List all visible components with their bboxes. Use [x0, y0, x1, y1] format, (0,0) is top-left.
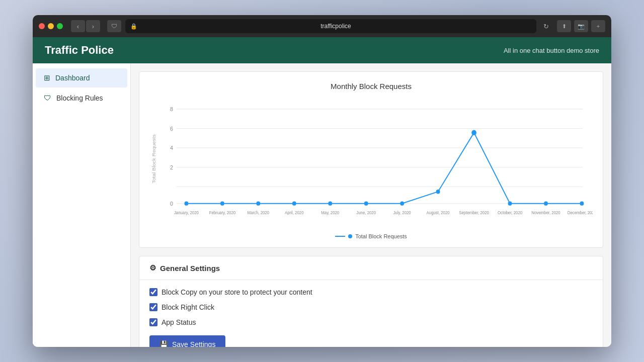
shield-icon: 🛡	[44, 94, 51, 102]
svg-text:June, 2020: June, 2020	[356, 210, 376, 215]
svg-text:4: 4	[170, 145, 173, 151]
svg-point-30	[400, 202, 404, 206]
svg-text:6: 6	[170, 125, 173, 131]
main-content: Monthly Block Requests 8 6	[131, 63, 611, 347]
chart-legend: Total Block Requests	[149, 233, 593, 239]
save-button-label: Save Settings	[172, 340, 215, 347]
svg-text:March, 2020: March, 2020	[248, 210, 270, 215]
sidebar: ⊞ Dashboard 🛡 Blocking Rules	[33, 63, 131, 347]
traffic-lights	[39, 23, 63, 29]
svg-text:2: 2	[170, 164, 173, 170]
refresh-button[interactable]: ↻	[543, 23, 549, 30]
legend-line-icon	[335, 236, 345, 237]
browser-actions: ⬆ 📷 +	[557, 20, 605, 32]
svg-point-35	[580, 202, 584, 206]
svg-text:May, 2020: May, 2020	[321, 210, 339, 215]
forward-button[interactable]: ›	[86, 20, 100, 32]
maximize-button[interactable]	[57, 23, 63, 29]
browser-chrome: ‹ › 🛡 🔒 trafficpolice ↻ ⬆ 📷 +	[33, 15, 611, 37]
legend-label: Total Block Requests	[355, 233, 407, 239]
svg-text:September, 2020: September, 2020	[459, 210, 489, 215]
svg-text:July, 2020: July, 2020	[393, 210, 412, 215]
sidebar-item-dashboard-label: Dashboard	[55, 74, 90, 82]
svg-text:April, 2020: April, 2020	[285, 210, 304, 215]
svg-point-31	[436, 190, 440, 194]
svg-text:February, 2020: February, 2020	[209, 210, 236, 215]
settings-card: ⚙ General Settings Block Copy on your st…	[139, 256, 603, 347]
app-title: Traffic Police	[45, 44, 114, 57]
address-bar[interactable]: 🔒 trafficpolice	[125, 19, 536, 33]
share-button[interactable]: ⬆	[557, 20, 571, 32]
svg-text:January, 2020: January, 2020	[174, 210, 199, 215]
lock-icon: 🔒	[130, 23, 137, 30]
address-text: trafficpolice	[140, 23, 531, 30]
app-status-checkbox[interactable]	[149, 318, 157, 326]
chart-title: Monthly Block Requests	[149, 82, 593, 90]
minimize-button[interactable]	[48, 23, 54, 29]
sidebar-item-dashboard[interactable]: ⊞ Dashboard	[36, 68, 127, 87]
settings-header: ⚙ General Settings	[139, 256, 603, 280]
screenshot-button[interactable]: 📷	[574, 20, 588, 32]
app-status-label: App Status	[162, 318, 196, 326]
svg-text:November, 2020: November, 2020	[531, 210, 560, 215]
svg-point-26	[256, 202, 260, 206]
svg-text:October, 2020: October, 2020	[498, 210, 523, 215]
shield-extension-icon[interactable]: 🛡	[107, 20, 121, 32]
new-tab-button[interactable]: +	[591, 20, 605, 32]
svg-point-27	[292, 202, 296, 206]
svg-text:0: 0	[170, 201, 173, 207]
svg-text:Total Block Requests: Total Block Requests	[151, 134, 156, 183]
settings-title: General Settings	[160, 264, 220, 273]
chart-container: 8 6 4 2 0 Total Block Requests January, …	[149, 99, 593, 229]
block-copy-row[interactable]: Block Copy on your store to protect your…	[149, 288, 593, 296]
dashboard-icon: ⊞	[44, 73, 50, 82]
back-button[interactable]: ‹	[71, 20, 85, 32]
svg-point-28	[328, 202, 332, 206]
block-right-click-row[interactable]: Block Right Click	[149, 303, 593, 311]
svg-point-29	[364, 202, 368, 206]
line-chart: 8 6 4 2 0 Total Block Requests January, …	[149, 99, 593, 219]
svg-point-34	[544, 202, 548, 206]
svg-point-32	[471, 130, 476, 135]
svg-point-25	[220, 202, 224, 206]
gear-icon: ⚙	[149, 263, 156, 273]
svg-text:August, 2020: August, 2020	[427, 210, 450, 215]
svg-point-24	[185, 202, 189, 206]
save-icon: 💾	[159, 340, 168, 347]
sidebar-item-blocking-rules[interactable]: 🛡 Blocking Rules	[36, 88, 127, 107]
svg-point-33	[508, 202, 512, 206]
block-right-click-label: Block Right Click	[162, 303, 214, 311]
app-content: Traffic Police All in one chat button de…	[33, 37, 611, 347]
block-copy-label: Block Copy on your store to protect your…	[162, 288, 312, 296]
block-right-click-checkbox[interactable]	[149, 303, 157, 311]
legend-dot-icon	[348, 234, 352, 238]
chart-card: Monthly Block Requests 8 6	[139, 71, 603, 248]
settings-body: Block Copy on your store to protect your…	[139, 280, 603, 347]
app-status-row[interactable]: App Status	[149, 318, 593, 326]
svg-text:8: 8	[170, 106, 173, 112]
svg-text:December, 2020: December, 2020	[568, 210, 593, 215]
save-settings-button[interactable]: 💾 Save Settings	[149, 335, 225, 347]
nav-buttons: ‹ ›	[71, 20, 100, 32]
main-layout: ⊞ Dashboard 🛡 Blocking Rules Monthly Blo…	[33, 63, 611, 347]
header-subtitle: All in one chat button demo store	[504, 47, 599, 54]
sidebar-item-blocking-rules-label: Blocking Rules	[56, 94, 103, 102]
app-header: Traffic Police All in one chat button de…	[33, 37, 611, 63]
block-copy-checkbox[interactable]	[149, 288, 157, 296]
close-button[interactable]	[39, 23, 45, 29]
browser-window: ‹ › 🛡 🔒 trafficpolice ↻ ⬆ 📷 + Traffic Po…	[33, 15, 611, 347]
